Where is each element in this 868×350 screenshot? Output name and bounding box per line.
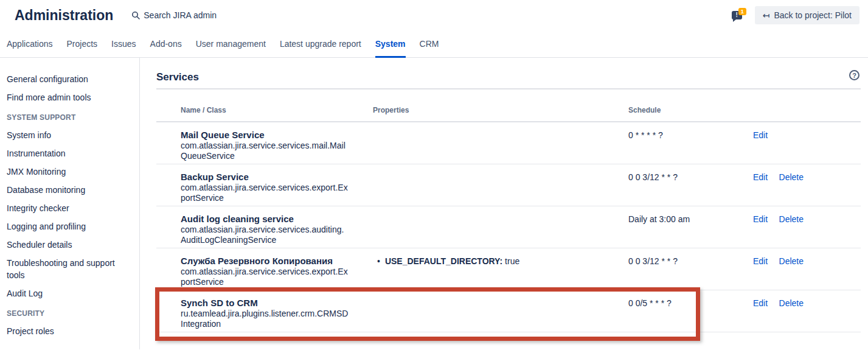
page-title: Administration [15, 7, 113, 24]
tab-user-management[interactable]: User management [196, 30, 266, 58]
tab-system[interactable]: System [375, 30, 406, 58]
admin-search[interactable] [131, 10, 241, 20]
sidebar-section-security: SECURITY [7, 309, 133, 318]
service-name: Audit log cleaning service [181, 214, 349, 225]
services-title: Services [156, 71, 861, 89]
sidebar-item-instrumentation[interactable]: Instrumentation [7, 147, 133, 159]
edit-link[interactable]: Edit [753, 130, 768, 140]
sidebar-item-system-info[interactable]: System info [7, 129, 133, 141]
table-row: Audit log cleaning service com.atlassian… [156, 206, 861, 248]
sidebar-item-scheduler-details[interactable]: Scheduler details [7, 239, 133, 251]
delete-link[interactable]: Delete [779, 298, 804, 308]
service-schedule: Daily at 3:00 am [628, 214, 748, 245]
sidebar-item-database-monitoring[interactable]: Database monitoring [7, 184, 133, 196]
property-key: USE_DEFAULT_DIRECTORY: [385, 256, 502, 266]
service-name: Служба Резервного Копирования [181, 256, 349, 267]
edit-link[interactable]: Edit [753, 172, 768, 182]
service-name: Backup Service [181, 172, 349, 183]
notification-badge: 1 [738, 8, 746, 15]
tab-issues[interactable]: Issues [111, 30, 136, 58]
sidebar-section-system-support: SYSTEM SUPPORT [7, 113, 133, 122]
search-input[interactable] [144, 10, 241, 20]
tab-projects[interactable]: Projects [67, 30, 98, 58]
property-value: true [505, 256, 519, 266]
service-name: Synch SD to CRM [181, 298, 349, 309]
col-header-name-class: Name / Class [156, 106, 373, 114]
service-class: com.atlassian.jira.service.services.expo… [181, 183, 349, 203]
sidebar-item-jmx-monitoring[interactable]: JMX Monitoring [7, 166, 133, 178]
table-row-highlighted: Synch SD to CRM ru.teamlead.jira.plugins… [156, 290, 861, 332]
service-class: ru.teamlead.jira.plugins.listener.crm.CR… [181, 309, 349, 329]
service-class: com.atlassian.jira.service.services.mail… [181, 141, 349, 161]
tab-crm[interactable]: CRM [420, 30, 439, 58]
delete-link[interactable]: Delete [779, 214, 804, 224]
service-name: Mail Queue Service [181, 130, 349, 141]
service-schedule: 0 0 3/12 * * ? [628, 172, 748, 203]
delete-link[interactable]: Delete [779, 256, 804, 266]
service-schedule: 0 0 3/12 * * ? [628, 256, 748, 287]
sidebar-item-project-roles[interactable]: Project roles [7, 325, 133, 337]
admin-nav-tabs: Applications Projects Issues Add-ons Use… [0, 30, 868, 58]
service-schedule: 0 0/5 * * * ? [628, 298, 748, 329]
search-icon [131, 11, 140, 19]
sidebar-item-audit-log[interactable]: Audit Log [7, 287, 133, 299]
sidebar-item-integrity-checker[interactable]: Integrity checker [7, 202, 133, 214]
notifications-icon[interactable]: ! 1 [732, 9, 745, 21]
tab-applications[interactable]: Applications [7, 30, 53, 58]
sidebar: General configuration Find more admin to… [0, 58, 140, 349]
col-header-properties: Properties [373, 106, 628, 114]
app-header: Administration ! 1 ↤ Back to project: Pi… [0, 0, 868, 30]
edit-link[interactable]: Edit [753, 256, 768, 266]
tab-latest-upgrade-report[interactable]: Latest upgrade report [280, 30, 361, 58]
tab-add-ons[interactable]: Add-ons [150, 30, 182, 58]
services-table: Name / Class Properties Schedule Mail Qu… [156, 106, 861, 332]
col-header-schedule: Schedule [628, 106, 748, 114]
back-button-label: Back to project: Pilot [774, 10, 852, 20]
sidebar-item-general-configuration[interactable]: General configuration [7, 73, 133, 85]
header-right: ! 1 ↤ Back to project: Pilot [732, 6, 859, 24]
delete-link[interactable]: Delete [779, 172, 804, 182]
service-properties: •USE_DEFAULT_DIRECTORY:true [373, 256, 628, 287]
sidebar-item-troubleshooting[interactable]: Troubleshooting and support tools [7, 257, 133, 281]
edit-link[interactable]: Edit [753, 214, 768, 224]
service-schedule: 0 * * * * ? [628, 130, 748, 161]
table-row: Backup Service com.atlassian.jira.servic… [156, 164, 861, 206]
table-row: Служба Резервного Копирования com.atlass… [156, 248, 861, 290]
table-row: Mail Queue Service com.atlassian.jira.se… [156, 122, 861, 164]
jira-admin-page: Administration ! 1 ↤ Back to project: Pi… [0, 0, 868, 350]
back-to-project-button[interactable]: ↤ Back to project: Pilot [755, 6, 859, 24]
service-class: com.atlassian.jira.service.services.audi… [181, 225, 349, 245]
service-class: com.atlassian.jira.service.services.expo… [181, 267, 349, 287]
bullet-icon: • [377, 256, 380, 266]
content-area: Services ? Name / Class Properties Sched… [140, 58, 868, 349]
help-icon[interactable]: ? [849, 70, 859, 80]
table-header: Name / Class Properties Schedule [156, 106, 861, 122]
sidebar-item-logging-and-profiling[interactable]: Logging and profiling [7, 220, 133, 233]
sidebar-item-find-more-admin-tools[interactable]: Find more admin tools [7, 91, 133, 103]
return-arrow-icon: ↤ [763, 11, 770, 19]
edit-link[interactable]: Edit [753, 298, 768, 308]
